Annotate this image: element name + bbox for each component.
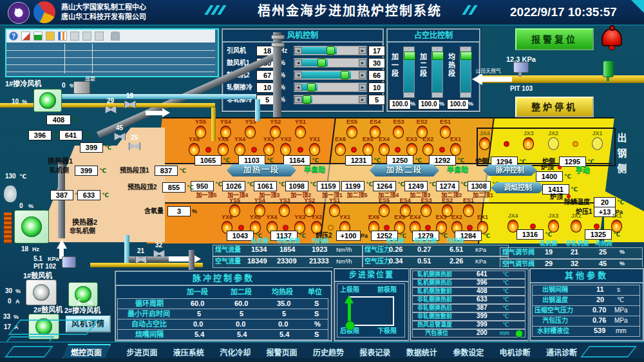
- tab-hydraulic[interactable]: 液压系统: [173, 347, 204, 357]
- fan-slider[interactable]: ◄►: [294, 95, 367, 104]
- pulse-cell[interactable]: 5: [240, 310, 243, 318]
- cell: 0.26: [389, 245, 402, 254]
- pulse-cell[interactable]: 60.0: [191, 300, 204, 308]
- fan-slider[interactable]: ◄►: [294, 70, 367, 80]
- window-icon[interactable]: [82, 32, 91, 41]
- burner-flame-icon[interactable]: [280, 143, 291, 156]
- folder-icon[interactable]: [46, 32, 55, 41]
- burner-flame-icon-off[interactable]: [548, 137, 559, 150]
- burner-label: ES4: [400, 197, 411, 204]
- pulse-cell[interactable]: 35.0: [277, 300, 290, 308]
- blower1-icon[interactable]: [26, 280, 57, 305]
- alarm-grid[interactable]: [6, 44, 215, 73]
- pulse-cell[interactable]: 5.4: [279, 330, 289, 339]
- tab-settings[interactable]: 参数设定: [453, 347, 484, 357]
- tab-walking[interactable]: 步进页面: [126, 347, 157, 357]
- hx-value: 633: [477, 296, 488, 303]
- duty-slider[interactable]: --: [460, 46, 471, 98]
- fan-slider[interactable]: ◄►: [294, 46, 367, 55]
- fan2-icon[interactable]: [68, 282, 98, 307]
- unit-percent: %: [15, 288, 21, 294]
- zone1-button[interactable]: 加热一段: [227, 164, 296, 176]
- burner-flame-icon[interactable]: [309, 143, 320, 156]
- tab-history-trend[interactable]: 历史趋势: [313, 347, 344, 357]
- pulse-unit: S: [314, 330, 319, 339]
- burner-label: JX3: [548, 213, 558, 219]
- download-icon[interactable]: [33, 32, 43, 41]
- unit-pa: Pa: [361, 233, 368, 239]
- gas-actuator-valve[interactable]: [603, 61, 614, 77]
- pulse-cell[interactable]: 0.0: [278, 320, 288, 329]
- burner-flame-icon[interactable]: [479, 137, 490, 150]
- burner-flame-icon[interactable]: [450, 143, 461, 156]
- burner-flame-icon[interactable]: [363, 143, 374, 156]
- burner-label: JX2: [571, 213, 582, 219]
- burner-flame-icon[interactable]: [218, 143, 229, 156]
- pulse-cell[interactable]: 0.0: [236, 320, 245, 329]
- burner-flame-icon[interactable]: [611, 220, 622, 233]
- export-icon[interactable]: [95, 32, 104, 41]
- pulse-cell[interactable]: 60.0: [234, 300, 248, 308]
- pulse-cell[interactable]: 5.4: [194, 330, 204, 339]
- preheat-roof2-label: 预热段顶2: [128, 184, 157, 191]
- duty-value[interactable]: 100.0: [389, 99, 411, 110]
- burner-flame-icon[interactable]: [263, 143, 274, 156]
- fan1-icon[interactable]: [33, 89, 62, 112]
- duty-slider[interactable]: --: [431, 46, 443, 98]
- burner-label: EX6: [368, 214, 379, 220]
- burner-flame-icon[interactable]: [523, 137, 534, 150]
- burner-flame-icon[interactable]: [189, 143, 200, 156]
- burner-flame-icon[interactable]: [335, 143, 346, 156]
- send-icon[interactable]: [21, 32, 30, 41]
- unit-celsius: ℃: [267, 157, 274, 164]
- burner-flame-icon[interactable]: [548, 220, 559, 233]
- hx-value: 399: [477, 321, 488, 329]
- alarm-reset-button[interactable]: 报警复位: [515, 28, 594, 50]
- fan-slider[interactable]: ◄►: [294, 58, 367, 68]
- help-icon[interactable]: ?: [9, 32, 18, 41]
- pulse-cell[interactable]: 5: [282, 310, 286, 318]
- fan1-label: 1#掺冷风机: [5, 80, 41, 88]
- other-label: 水封槽液位: [537, 327, 569, 335]
- burner-label: YX3: [294, 214, 305, 220]
- duty-value[interactable]: 100.0: [418, 99, 440, 110]
- pulse-control-button[interactable]: 脉冲控制: [483, 165, 537, 176]
- lock-icon[interactable]: [111, 32, 120, 41]
- fan-slider[interactable]: ◄►: [294, 82, 367, 92]
- pulse-cell[interactable]: 5: [197, 310, 201, 318]
- unit-celsius: ℃: [366, 181, 373, 191]
- nav-decor-right: [580, 346, 637, 357]
- tab-report[interactable]: 报表记录: [359, 347, 390, 357]
- unit-celsius: ℃: [571, 186, 578, 193]
- burner-flame-icon[interactable]: [422, 143, 433, 156]
- alarm-grid-vline1: [64, 44, 65, 73]
- burner-flame-icon[interactable]: [379, 143, 390, 156]
- tab-motor-diag[interactable]: 电机诊断: [500, 347, 531, 357]
- duty-value[interactable]: 100.0: [447, 99, 469, 110]
- burner-label: JX4: [479, 130, 489, 137]
- burner-flame-icon[interactable]: [571, 220, 582, 233]
- pulse-cell[interactable]: 0.0: [193, 320, 203, 329]
- burner-flame-icon-off[interactable]: [592, 137, 603, 150]
- burner-flame-icon[interactable]: [406, 143, 417, 156]
- valve-icon[interactable]: [114, 133, 126, 140]
- duty-slider[interactable]: --: [403, 46, 415, 98]
- toolbar: ?: [6, 30, 215, 43]
- org-line1: 燕山大学国家轧制工程中心: [61, 3, 146, 12]
- burner-label: YX2: [311, 214, 322, 220]
- burner-flame-icon[interactable]: [234, 143, 245, 156]
- pulse-cell[interactable]: 5.4: [237, 330, 247, 339]
- tab-vapor-cooling[interactable]: 汽化冷却: [220, 347, 251, 357]
- tab-statistics[interactable]: 数据统计: [406, 347, 437, 357]
- page-title: 梧州金海步进加热炉控制系统: [243, 4, 456, 19]
- report-icon[interactable]: [70, 32, 79, 41]
- oxygen-label: 含氧量: [144, 207, 164, 215]
- flame-adjust-button[interactable]: 调焰控制: [491, 182, 545, 193]
- chart-icon[interactable]: [58, 32, 67, 41]
- furnace-stop-button[interactable]: 整炉停机: [515, 97, 594, 117]
- zone2-button[interactable]: 加热二段: [370, 164, 439, 176]
- tab-comm-diag[interactable]: 通讯诊断: [546, 347, 577, 357]
- alarm-bell-icon[interactable]: [601, 28, 622, 46]
- mid-fan-icon[interactable]: [14, 210, 49, 243]
- tab-alarm[interactable]: 报警页面: [267, 347, 298, 357]
